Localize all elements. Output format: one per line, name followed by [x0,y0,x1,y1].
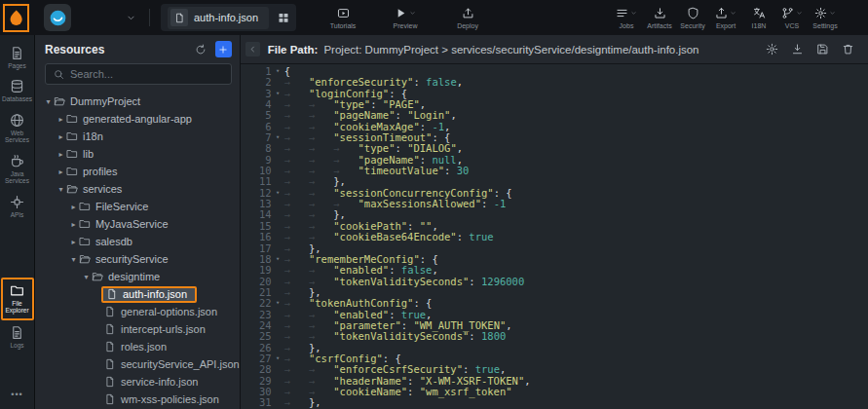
fold-marker-icon[interactable]: ▾ [272,254,284,265]
topbar-artifacts-button[interactable]: Artifacts [646,7,673,29]
project-switcher[interactable] [44,4,71,31]
caret-right-icon[interactable]: ▸ [56,167,66,176]
fold-marker-icon[interactable]: ▾ [272,353,284,364]
grid-icon[interactable] [278,12,289,23]
editor-settings-button[interactable] [766,43,778,56]
topbar-export-button[interactable]: Export [712,7,739,29]
tree-item-general-options-json[interactable]: general-options.json [35,303,240,320]
tree-item-auth-info-json[interactable]: auth-info.json [35,285,240,303]
tree-item-designtime[interactable]: ▾designtime [35,268,240,285]
tree-item-i18n[interactable]: ▸i18n [35,128,240,145]
tree-item-fileservice[interactable]: ▸FileService [35,198,240,215]
caret-right-icon[interactable]: ▸ [68,238,79,246]
caret-right-icon[interactable]: ▸ [56,150,66,159]
fold-marker-icon[interactable]: ▾ [272,132,284,143]
code-line[interactable]: 30→ → "cookieName": "wm_xsrf_token" [241,387,868,397]
tree-item-label: i18n [83,130,103,142]
sidebar-item-web-services[interactable]: Web Services [1,108,34,149]
tree-item-intercept-urls-json[interactable]: intercept-urls.json [35,320,240,338]
sidebar-item-java-services[interactable]: Java Services [1,149,34,190]
topbar-deploy-button[interactable]: Deploy [454,7,481,29]
line-number: 22 [241,298,272,309]
code-line[interactable]: 16→ → "cookieBase64Encode": true [241,232,868,242]
fold-gutter [272,166,284,176]
deploy-icon [462,7,474,19]
tree-item-profiles[interactable]: ▸profiles [35,163,240,180]
caret-right-icon[interactable]: ▸ [56,115,66,124]
sidebar-item-pages[interactable]: Pages [1,41,34,74]
fold-gutter [272,232,284,242]
refresh-icon[interactable] [195,44,207,56]
fold-gutter [272,110,284,121]
caret-down-icon[interactable]: ▾ [43,97,54,106]
chevron-down-icon [630,10,637,17]
topbar-vcs-button[interactable]: VCS [778,7,806,29]
caret-down-icon[interactable]: ▾ [81,273,92,281]
project-avatar-icon [49,9,67,27]
tree-item-roles-json[interactable]: roles.json [35,338,240,355]
editor-header: File Path: Project: DummyProject > servi… [241,35,868,64]
tree-item-salesdb[interactable]: ▸salesdb [35,233,240,250]
topbar-jobs-button[interactable]: Jobs [613,7,640,29]
tree-item-securityservice[interactable]: ▾securityService [35,250,240,268]
tree-item-label: MyJavaService [95,218,169,230]
tree-item-label: DummyProject [70,95,140,107]
topbar-action-label: I18N [752,22,767,29]
resources-header: Resources [35,35,240,62]
tree-item-dummyproject[interactable]: ▾DummyProject [35,93,240,110]
topbar-preview-button[interactable]: Preview [392,7,419,29]
tree-item-service-info-json[interactable]: service-info.json [35,373,240,390]
topbar-action-label: Deploy [457,22,478,29]
tree-item-securityservice-api-json[interactable]: securityService_API.json [35,355,240,373]
chevron-down-icon[interactable] [126,13,136,23]
tree-item-generated-angular-app[interactable]: ▸generated-angular-app [35,110,240,128]
caret-down-icon[interactable]: ▾ [68,255,79,264]
add-resource-button[interactable] [215,41,232,57]
caret-right-icon[interactable]: ▸ [56,132,66,141]
app-logo[interactable] [3,4,29,32]
pages-icon [10,46,24,60]
delete-file-button[interactable] [842,43,854,56]
fold-marker-icon[interactable]: ▾ [272,188,284,199]
tree-item-services[interactable]: ▾services [35,180,240,198]
fold-gutter [272,376,284,387]
code-line[interactable]: 31→ }, [241,397,868,408]
fold-gutter [272,176,284,187]
tree-item-myjavaservice[interactable]: ▸MyJavaService [35,215,240,233]
fold-gutter [272,155,284,166]
code-editor[interactable]: 1▾{2→ "enforceSecurity": false,3▾→ "logi… [241,64,868,409]
tree-item-lib[interactable]: ▸lib [35,145,240,163]
topbar-settings-button[interactable]: Settings [811,7,839,29]
topbar-i18n-button[interactable]: I18N [745,7,773,29]
sidebar-item-apis[interactable]: APIs [1,190,34,223]
tab-auth-info-json[interactable]: auth-info.json [168,7,269,29]
java-services-icon [10,154,24,168]
video-icon [337,7,350,19]
file-icon [104,341,116,353]
doc-icon [174,13,185,23]
fold-marker-icon[interactable]: ▾ [272,66,284,77]
sidebar-item-file-explorer[interactable]: File Explorer [1,278,34,320]
caret-down-icon[interactable]: ▾ [56,185,66,194]
tree-item-label: wm-xss-policies.json [121,393,219,405]
sidebar-item-logs[interactable]: Logs [1,320,34,353]
fold-marker-icon[interactable]: ▾ [272,298,284,309]
sidebar-more-button[interactable]: ••• [11,384,22,409]
folder-open-icon [54,95,65,107]
fold-gutter [272,221,284,232]
save-file-button[interactable] [816,43,829,56]
download-file-button[interactable] [791,43,804,56]
topbar-tutorials-button[interactable]: Tutorials [329,7,357,29]
caret-right-icon[interactable]: ▸ [68,220,79,229]
databases-icon [10,79,24,93]
collapse-panel-button[interactable] [245,42,260,56]
topbar-security-button[interactable]: Security [679,7,706,29]
resources-search-input[interactable]: Search... [45,63,232,85]
folder-open-icon [66,183,78,195]
sidebar-item-databases[interactable]: Databases [1,74,34,107]
code-line[interactable]: 20→ → "tokenValiditySeconds": 1296000 [241,277,868,287]
tree-item-wm-xss-policies-json[interactable]: wm-xss-policies.json [35,390,240,408]
fold-marker-icon[interactable]: ▾ [272,89,284,99]
code-line[interactable]: 25→ → "tokenValiditySeconds": 1800 [241,331,868,342]
caret-right-icon[interactable]: ▸ [68,203,79,211]
